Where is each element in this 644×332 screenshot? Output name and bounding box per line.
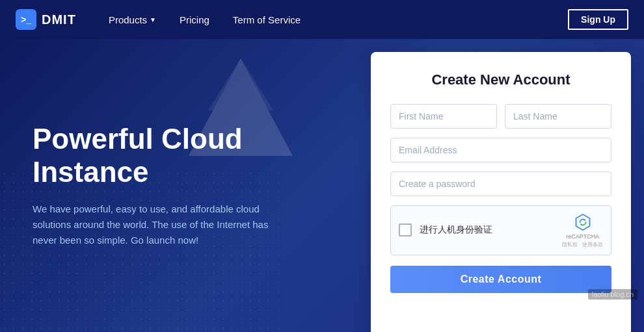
email-input[interactable]	[390, 138, 611, 162]
captcha-label: 进行人机身份验证	[420, 224, 557, 236]
hero-title: Powerful Cloud Instance	[33, 123, 345, 188]
last-name-group	[505, 104, 611, 129]
recaptcha-logo: reCAPTCHA 隐私权 · 使用条款	[562, 212, 603, 248]
chevron-down-icon: ▼	[150, 16, 156, 23]
password-input[interactable]	[390, 172, 611, 196]
hero-subtitle: We have powerful, easy to use, and affor…	[33, 201, 280, 248]
recaptcha-sub: 隐私权 · 使用条款	[562, 241, 603, 248]
form-title: Create New Account	[390, 71, 611, 88]
last-name-input[interactable]	[505, 104, 611, 129]
first-name-input[interactable]	[390, 104, 497, 129]
name-row	[390, 104, 611, 129]
first-name-group	[390, 104, 497, 129]
captcha-area: 进行人机身份验证 reCAPTCHA 隐私权 · 使用条款	[390, 205, 611, 255]
nav-pricing[interactable]: Pricing	[168, 0, 221, 39]
nav-terms[interactable]: Term of Service	[221, 0, 312, 39]
email-group	[390, 138, 611, 162]
signup-button[interactable]: Sign Up	[568, 9, 628, 30]
password-group	[390, 172, 611, 196]
captcha-checkbox[interactable]	[399, 223, 412, 236]
main-section: Powerful Cloud Instance We have powerful…	[0, 39, 644, 332]
logo-area: >_ DMIT	[16, 9, 76, 30]
logo-icon: >_	[16, 9, 36, 30]
hero-section: Powerful Cloud Instance We have powerful…	[0, 39, 371, 332]
create-account-button[interactable]: Create Account	[390, 266, 611, 293]
watermark: laoliu blog.cn	[588, 289, 637, 300]
nav-products[interactable]: Products ▼	[97, 0, 168, 39]
recaptcha-icon	[573, 212, 593, 232]
navbar: >_ DMIT Products ▼ Pricing Term of Servi…	[0, 0, 644, 39]
recaptcha-text: reCAPTCHA	[566, 233, 599, 241]
nav-links: Products ▼ Pricing Term of Service	[97, 0, 332, 39]
logo-text: DMIT	[42, 12, 76, 27]
